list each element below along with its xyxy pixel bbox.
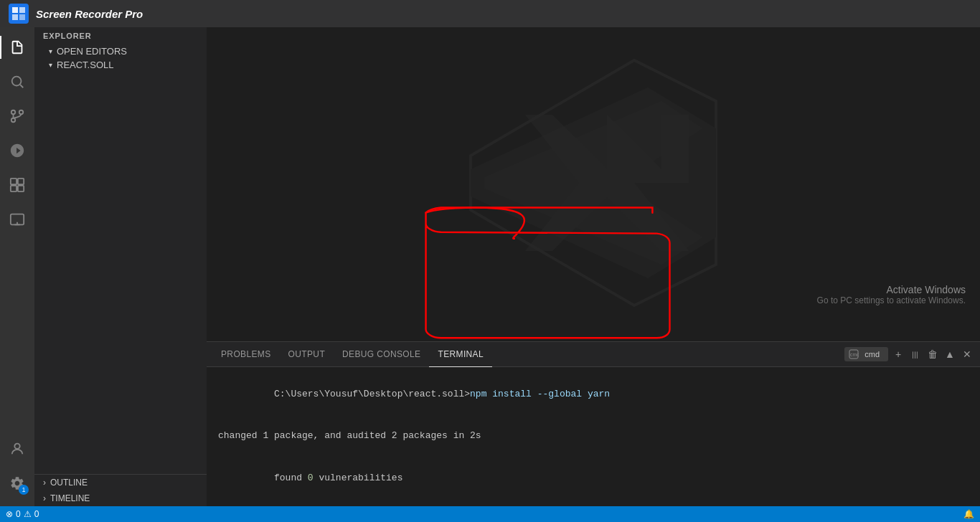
sidebar: EXPLORER ▾ OPEN EDITORS ▾ REACT.SOLL › O… [34,27,207,506]
app-title: Screen Recorder Pro [36,8,143,20]
settings-badge: 1 [19,485,29,495]
terminal-line-3: found 0 vulnerabilities [218,457,969,499]
terminal-tabs-bar: PROBLEMS OUTPUT DEBUG CONSOLE TERMINAL c… [207,342,980,367]
sidebar-open-editors[interactable]: ▾ OPEN EDITORS [34,44,207,58]
react-soll-chevron: ▾ [49,61,52,69]
timeline-label: TIMELINE [50,493,90,503]
activity-bar-explorer[interactable] [0,30,34,65]
terminal-line-blank3 [218,499,969,507]
warning-count: 0 [34,509,39,519]
terminal-line-2: changed 1 package, and audited 2 package… [218,429,969,443]
terminal-found-prefix: found [274,473,308,483]
title-bar: Screen Recorder Pro [0,0,980,27]
activity-bar-extensions[interactable] [0,168,34,202]
activity-bar-account[interactable] [0,432,34,466]
warning-icon: ⚠ [24,509,32,519]
svg-line-5 [20,85,23,87]
svg-rect-13 [18,186,24,191]
terminal-content[interactable]: C:\Users\Yousuf\Desktop\react.soll>npm i… [207,367,980,506]
activity-bar-search[interactable] [0,65,34,99]
terminal-maximize-btn[interactable]: ▲ [943,347,957,361]
shell-label: cmd [860,348,884,360]
status-bar-right: 🔔 [963,509,974,519]
activate-windows-title: Activate Windows [817,284,966,295]
svg-point-6 [11,118,16,123]
status-bar-errors[interactable]: ⊗ 0 ⚠ 0 [6,509,39,519]
svg-rect-10 [11,179,17,184]
terminal-split-btn[interactable]: ⫼ [908,347,923,361]
status-bar-left: ⊗ 0 ⚠ 0 [6,509,39,519]
svg-rect-2 [12,14,18,20]
terminal-line-blank1 [218,415,969,430]
activate-windows: Activate Windows Go to PC settings to ac… [817,284,966,305]
sidebar-outline[interactable]: › OUTLINE [34,475,207,490]
svg-rect-12 [11,186,17,191]
terminal-line-1: C:\Users\Yousuf\Desktop\react.soll>npm i… [218,373,969,415]
status-bar: ⊗ 0 ⚠ 0 🔔 [0,506,980,522]
error-count: 0 [16,509,21,519]
terminal-prompt-1: C:\Users\Yousuf\Desktop\react.soll> [274,389,470,399]
editor-area: Activate Windows Go to PC settings to ac… [207,27,980,506]
editor-main: Activate Windows Go to PC settings to ac… [207,27,980,341]
sidebar-outline-section: › OUTLINE › TIMELINE [34,474,207,506]
svg-point-4 [12,77,22,86]
status-bar-notifications[interactable]: 🔔 [963,509,974,519]
terminal-panel: PROBLEMS OUTPUT DEBUG CONSOLE TERMINAL c… [207,341,980,506]
tab-terminal[interactable]: TERMINAL [429,342,492,367]
app-logo [9,4,29,24]
svg-text:cmd: cmd [850,352,859,357]
error-icon: ⊗ [6,509,13,519]
shell-selector[interactable]: cmd cmd [844,347,888,361]
svg-rect-1 [19,7,25,13]
main-layout: 1 EXPLORER ▾ OPEN EDITORS ▾ REACT.SOLL ›… [0,27,980,506]
svg-point-8 [11,110,16,115]
open-editors-chevron: ▾ [49,47,52,55]
sidebar-react-soll[interactable]: ▾ REACT.SOLL [34,58,207,72]
terminal-controls: cmd cmd + ⫼ 🗑 ▲ ✕ [844,347,974,361]
outline-chevron: › [43,478,46,488]
vscode-logo [457,47,730,322]
activity-bar-source-control[interactable] [0,99,34,133]
terminal-found-suffix: vulnerabilities [314,473,403,483]
tab-debug-console[interactable]: DEBUG CONSOLE [334,342,429,367]
react-soll-label: REACT.SOLL [57,60,113,70]
outline-label: OUTLINE [50,478,88,488]
tab-output[interactable]: OUTPUT [280,342,334,367]
terminal-close-btn[interactable]: ✕ [960,347,974,361]
svg-point-17 [14,444,19,449]
terminal-cmd-1: npm install --global yarn [470,389,610,399]
open-editors-label: OPEN EDITORS [57,46,127,57]
activity-bar-remote[interactable] [0,202,34,237]
sidebar-explorer-header: EXPLORER [34,27,207,44]
svg-rect-0 [12,7,18,13]
terminal-trash-btn[interactable]: 🗑 [925,347,940,361]
terminal-line-blank2 [218,443,969,457]
sidebar-timeline[interactable]: › TIMELINE [34,490,207,506]
activity-bar-settings[interactable]: 1 [0,466,34,500]
svg-rect-11 [18,179,24,184]
activate-windows-subtitle: Go to PC settings to activate Windows. [817,295,966,305]
timeline-chevron: › [43,493,46,503]
activity-bar-run[interactable] [0,133,34,168]
activity-bar: 1 [0,27,34,506]
terminal-vuln-count: 0 [308,473,314,483]
svg-point-7 [19,110,24,115]
tab-problems[interactable]: PROBLEMS [212,342,280,367]
svg-rect-3 [19,14,25,20]
notification-icon: 🔔 [963,509,974,519]
activity-bar-bottom: 1 [0,432,34,506]
terminal-add-btn[interactable]: + [891,347,905,361]
